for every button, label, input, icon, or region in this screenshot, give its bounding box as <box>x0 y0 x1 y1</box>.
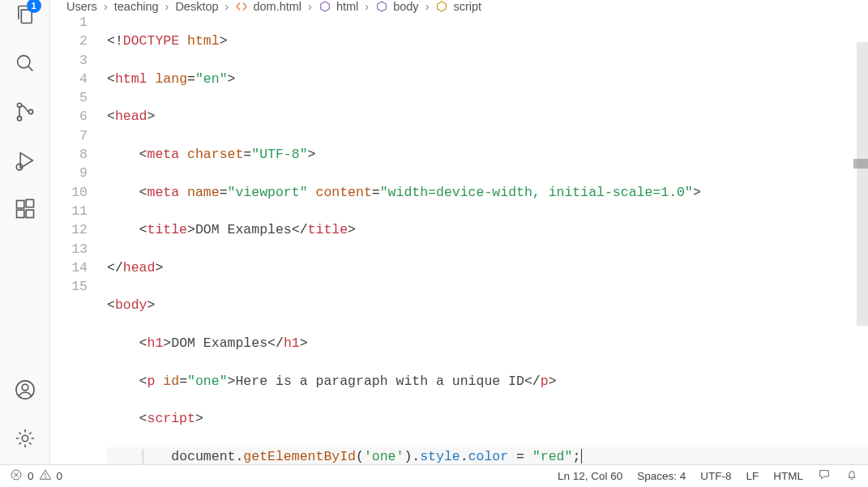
chevron-right-icon: › <box>308 0 312 13</box>
minimap-viewport-indicator[interactable] <box>853 159 868 169</box>
search-icon[interactable] <box>14 52 36 78</box>
error-icon[interactable] <box>10 468 23 484</box>
svg-rect-9 <box>26 210 33 217</box>
svg-point-2 <box>17 103 21 107</box>
svg-point-13 <box>22 435 28 441</box>
explorer-icon[interactable]: 1 <box>14 3 36 29</box>
encoding[interactable]: UTF-8 <box>700 470 731 482</box>
breadcrumb[interactable]: Users› teaching› Desktop› dom.html› html… <box>50 0 868 13</box>
chevron-right-icon: › <box>365 0 369 13</box>
svg-point-22 <box>45 477 45 478</box>
indentation[interactable]: Spaces: 4 <box>637 470 686 482</box>
chevron-right-icon: › <box>165 0 169 13</box>
breadcrumb-segment[interactable]: body <box>375 0 418 13</box>
warning-icon[interactable] <box>39 468 52 484</box>
run-debug-icon[interactable] <box>14 149 36 175</box>
svg-point-4 <box>28 109 32 113</box>
breadcrumb-segment[interactable]: Desktop <box>175 0 218 13</box>
warning-count[interactable]: 0 <box>57 470 63 482</box>
explorer-badge: 1 <box>27 0 41 13</box>
eol[interactable]: LF <box>746 470 759 482</box>
code-editor[interactable]: 1 2 3 4 5 6 7 8 9 10 11 12 13 14 15 <!DO… <box>50 13 868 464</box>
svg-rect-7 <box>16 201 24 208</box>
editor-pane: Users› teaching› Desktop› dom.html› html… <box>50 0 868 464</box>
status-bar: 0 0 Ln 12, Col 60 Spaces: 4 UTF-8 LF HTM… <box>0 464 868 487</box>
breadcrumb-segment[interactable]: teaching <box>114 0 159 13</box>
breadcrumb-segment[interactable]: script <box>435 0 481 13</box>
extensions-icon[interactable] <box>14 198 36 224</box>
error-count[interactable]: 0 <box>28 470 34 482</box>
source-control-icon[interactable] <box>14 100 36 126</box>
chevron-right-icon: › <box>225 0 229 13</box>
cursor-position[interactable]: Ln 12, Col 60 <box>558 470 622 482</box>
svg-marker-16 <box>438 2 447 11</box>
symbol-icon <box>435 0 448 13</box>
chevron-right-icon: › <box>104 0 108 13</box>
svg-line-1 <box>28 66 32 71</box>
settings-gear-icon[interactable] <box>14 427 36 453</box>
chevron-right-icon: › <box>425 0 430 13</box>
breadcrumb-segment[interactable]: dom.html <box>235 0 301 13</box>
breadcrumb-segment[interactable]: html <box>319 0 358 13</box>
notifications-bell-icon[interactable] <box>845 468 858 484</box>
symbol-icon <box>319 0 331 13</box>
svg-rect-8 <box>16 210 24 217</box>
account-icon[interactable] <box>14 378 36 404</box>
code-content[interactable]: <!DOCTYPE html> <html lang="en"> <head> … <box>107 13 868 464</box>
svg-point-3 <box>17 117 21 121</box>
minimap[interactable] <box>857 42 868 326</box>
breadcrumb-segment[interactable]: Users <box>66 0 97 13</box>
svg-rect-10 <box>26 199 33 207</box>
line-number-gutter: 1 2 3 4 5 6 7 8 9 10 11 12 13 14 15 <box>50 13 107 464</box>
symbol-icon <box>375 0 388 13</box>
feedback-icon[interactable] <box>818 468 831 484</box>
svg-marker-14 <box>321 2 330 11</box>
svg-point-12 <box>22 384 28 391</box>
svg-marker-15 <box>378 2 387 11</box>
text-cursor <box>581 449 582 464</box>
language-mode[interactable]: HTML <box>773 470 803 482</box>
activity-bar: 1 <box>0 0 50 464</box>
code-file-icon <box>235 0 248 13</box>
